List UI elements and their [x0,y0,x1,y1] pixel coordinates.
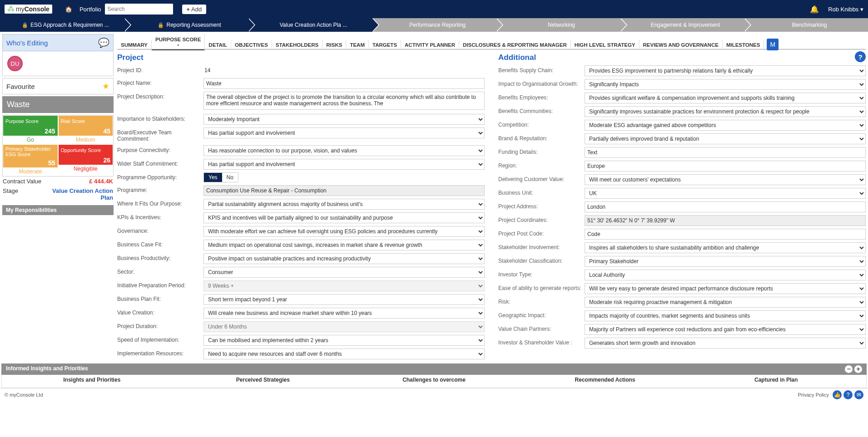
main-content: SUMMARY PURPOSE SCORE DETAIL OBJECTIVES … [117,34,866,361]
investor-shareholder-value-select[interactable]: Generates short term growth and innovati… [585,338,866,349]
chevron-step-value-creation[interactable]: Value Creation Action Pla ... [248,18,372,32]
sector-select[interactable]: Consumer [203,267,485,278]
avatar[interactable]: DU [7,56,23,71]
value-creation-select[interactable]: Will create new business and increase ma… [203,308,485,319]
add-button[interactable]: + Add [182,5,207,14]
footer: © myConsole Ltd Privacy Policy 👍 ? ✉ [0,388,868,401]
chevron-step-reporting[interactable]: 🔒Reporting Assessment [124,18,248,32]
help-icon[interactable]: ? [855,51,866,62]
tab-purpose-score[interactable]: PURPOSE SCORE [152,34,205,50]
chevron-step-benchmarking[interactable]: Benchmarking [744,18,868,32]
privacy-link[interactable]: Privacy Policy [798,392,829,398]
chevron-step-engagement[interactable]: Engagement & Improvement [620,18,744,32]
plus-button[interactable]: + [854,365,862,373]
initiative-period-select[interactable]: 9 Weeks + [203,280,485,291]
impact-org-growth-select[interactable]: Significantly Impacts [585,79,866,90]
importance-select[interactable]: Moderately Important [203,114,485,125]
chevron-step-esg[interactable]: 🔒ESG Approach & Requiremen ... [0,18,124,32]
thumbs-up-icon[interactable]: 👍 [833,390,842,399]
purpose-score-card: Purpose Score 245 Go [3,115,58,144]
additional-column: Additional ? Benefits Supply Chain:Provi… [498,49,866,361]
insights-col-3: Challenges to overcome [348,377,520,383]
tab-targets[interactable]: TARGETS [369,39,401,50]
competition-select[interactable]: Moderate ESG advantage gained above comp… [585,120,866,131]
insights-col-4: Recommended Actions [520,377,691,383]
logo-icon: ⁂ [7,5,15,13]
project-desc-input[interactable]: The overall objective of the project is … [203,92,485,110]
fits-purpose-select[interactable]: Partial sustainability alignment across … [203,199,485,210]
project-duration-select[interactable]: Under 6 Months [203,321,485,332]
insights-col-1: Insights and Priorities [6,377,178,383]
business-plan-select[interactable]: Short term impact beyond 1 year [203,294,485,305]
geographic-impact-select[interactable]: Impacts majority of countries, market se… [585,310,866,321]
insights-col-5: Captured in Plan [690,377,862,383]
home-icon[interactable]: 🏠 [65,6,72,13]
benefits-employees-select[interactable]: Provides significant welfare & compensat… [585,93,866,103]
tab-detail[interactable]: DETAIL [205,39,231,50]
tab-disclosures[interactable]: DISCLOSURES & REPORTING MANAGER [459,39,571,50]
tab-team[interactable]: TEAM [346,39,369,50]
risk-select[interactable]: Moderate risk requiring proactive manage… [585,297,866,308]
tab-milestones[interactable]: MILESTONES [723,39,764,50]
business-unit-select[interactable]: UK [585,188,866,199]
mail-icon[interactable]: ✉ [854,390,863,399]
tab-risks[interactable]: RISKS [322,39,346,50]
minus-button[interactable]: − [845,365,853,373]
tab-reviews-governance[interactable]: REVIEWS AND GOVERNANCE [640,39,723,50]
stakeholder-involvement-select[interactable]: Inspires all stakeholders to share susta… [585,242,866,253]
investor-type-select[interactable]: Local Authority [585,270,866,280]
project-coordinates-input[interactable] [585,215,866,226]
topbar: ⁂ myConsole 🏠 Portfolio + Add 🔔 Rob Knib… [0,0,868,18]
implementation-resources-select[interactable]: Need to acquire new resources and staff … [203,349,485,359]
business-case-select[interactable]: Medium impact on operational cost saving… [203,240,485,250]
additional-section-title: Additional [498,49,536,64]
help-icon[interactable]: ? [843,390,853,399]
customer-value-select[interactable]: Will meet our customers' expectations [585,174,866,185]
business-productivity-select[interactable]: Positive impact on sustainable practices… [203,253,485,264]
chevron-step-networking[interactable]: Networking [496,18,620,32]
logo-text-console: Console [25,5,50,13]
mascot-icon[interactable]: M [767,39,779,50]
funding-details-input[interactable] [585,147,866,158]
tab-objectives[interactable]: OBJECTIVES [231,39,272,50]
my-responsibilities[interactable]: My Responsibilities [2,205,114,215]
search-input[interactable] [105,4,173,15]
benefits-supply-chain-select[interactable]: Provides ESG improvement to partnership … [585,65,866,76]
star-icon[interactable]: ★ [102,81,109,91]
brand-reputation-select[interactable]: Partially delivers improved brand & repu… [585,133,866,144]
governance-select[interactable]: With moderate effort we can achieve full… [203,226,485,237]
tab-high-level-strategy[interactable]: HIGH LEVEL STRATEGY [571,39,640,50]
programme-opportunity-toggle: YesNo [203,172,238,182]
bell-icon[interactable]: 🔔 [810,5,819,14]
portfolio-link[interactable]: Portfolio [79,6,101,13]
score-grid: Purpose Score 245 Go Risk Score 45 Mediu… [2,115,114,177]
editor-list: DU [2,51,114,76]
project-address-input[interactable] [585,201,866,212]
kpis-select[interactable]: KPIS and incentives will be partially al… [203,212,485,223]
postcode-input[interactable] [585,229,866,240]
ease-reports-select[interactable]: Will be very easy to generate desired im… [585,283,866,294]
chevron-step-performance[interactable]: Performance Reporting [372,18,496,32]
user-menu[interactable]: Rob Knibbs ▾ [828,6,863,13]
chat-icon[interactable]: 💬 [98,37,109,48]
purpose-connectivity-select[interactable]: Has reasonable connection to our purpose… [203,145,485,156]
benefits-communities-select[interactable]: Significantly improves sustainable pract… [585,106,866,117]
logo[interactable]: ⁂ myConsole [5,5,52,14]
tab-activity-planner[interactable]: ACTIVITY PLANNER [401,39,459,50]
speed-implementation-select[interactable]: Can be mobilised and implemented within … [203,335,485,346]
favourite-panel: Favourite ★ [2,78,114,94]
tab-summary[interactable]: SUMMARY [117,39,152,50]
yes-button[interactable]: Yes [204,173,222,182]
region-input[interactable] [585,161,866,172]
value-chain-partners-select[interactable]: Majority of Partners will experience cos… [585,324,866,335]
no-button[interactable]: No [222,173,238,182]
whos-editing-title: Who's Editing [6,39,48,47]
insights-columns: Insights and Priorities Perceived Strate… [1,375,867,388]
board-commitment-select[interactable]: Has partial support and involvement [203,128,485,138]
stakeholder-classification-select[interactable]: Primary Stakeholder [585,256,866,267]
lock-icon: 🔒 [22,22,28,28]
project-name-input[interactable] [203,78,485,89]
wider-staff-select[interactable]: Has partial support and involvement [203,159,485,170]
programme-input[interactable] [203,185,485,196]
tab-stakeholders[interactable]: STAKEHOLDERS [272,39,322,50]
